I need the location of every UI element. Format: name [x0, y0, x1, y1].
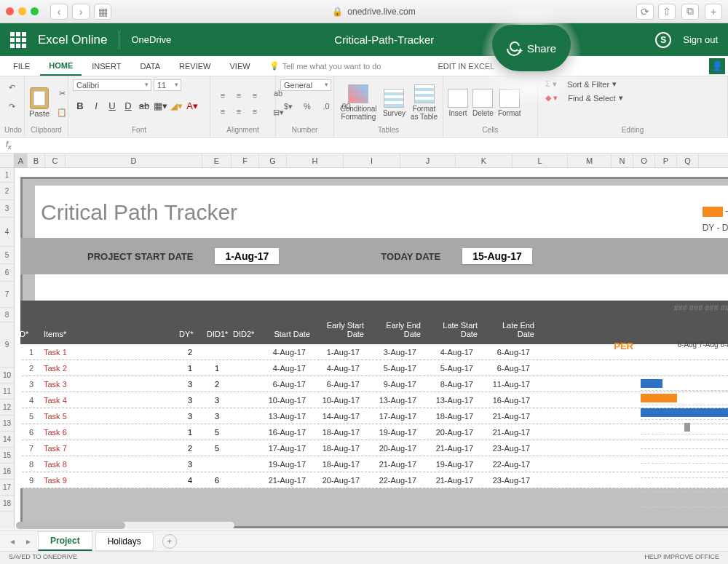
column-header[interactable]: Q [677, 154, 699, 167]
column-header[interactable]: N [612, 154, 633, 167]
insert-cells-button[interactable]: Insert [448, 89, 468, 117]
italic-button[interactable]: I [89, 98, 103, 113]
tab-review[interactable]: REVIEW [170, 57, 219, 75]
row-header[interactable]: 18 [0, 496, 14, 512]
sheet-tab-holidays[interactable]: Holidays [95, 532, 154, 551]
skype-icon[interactable]: S [655, 32, 671, 48]
add-sheet-button[interactable]: + [162, 534, 177, 549]
help-link[interactable]: HELP IMPROVE OFFICE [644, 553, 719, 563]
row-header[interactable]: 16 [0, 464, 14, 480]
address-bar[interactable]: 🔒 onedrive.live.com [116, 7, 632, 17]
table-row[interactable]: 2Task 2114-Aug-174-Aug-175-Aug-175-Aug-1… [20, 360, 728, 376]
back-button[interactable]: ‹ [50, 4, 68, 20]
double-underline-button[interactable]: D [121, 98, 135, 113]
column-header[interactable]: L [513, 154, 568, 167]
row-header[interactable]: 3 [0, 200, 14, 218]
column-header[interactable]: O [633, 154, 655, 167]
tab-data[interactable]: DATA [131, 57, 169, 75]
underline-button[interactable]: U [105, 98, 119, 113]
row-header[interactable]: 2 [0, 183, 14, 200]
column-header[interactable]: G [259, 154, 287, 167]
formula-bar[interactable]: fx [0, 138, 728, 154]
column-header[interactable]: P [655, 154, 677, 167]
sort-filter-button[interactable]: Σ ▾ Sort & Filter ▾ [545, 79, 617, 89]
tab-home[interactable]: HOME [40, 57, 82, 76]
align-bottom-icon[interactable]: ≡ [247, 87, 263, 103]
edit-in-excel-link[interactable]: EDIT IN EXCEL [429, 57, 503, 75]
align-right-icon[interactable]: ≡ [247, 103, 263, 119]
row-header[interactable]: 1 [0, 168, 14, 183]
column-header[interactable]: B [28, 154, 45, 167]
decimal-inc-icon[interactable]: .0 [318, 98, 334, 114]
sheet-nav-prev-icon[interactable]: ▸ [22, 536, 35, 547]
sheet-tab-project[interactable]: Project [38, 531, 92, 551]
select-all-corner[interactable] [0, 154, 15, 167]
sidebar-button[interactable]: ▦ [94, 4, 111, 20]
format-as-table-button[interactable]: Format as Table [410, 84, 438, 121]
user-avatar-icon[interactable]: 👤 [709, 58, 725, 74]
row-header[interactable]: 13 [0, 416, 14, 432]
column-header[interactable]: A [15, 154, 28, 167]
align-top-icon[interactable]: ≡ [215, 87, 231, 103]
app-launcher-icon[interactable] [10, 32, 26, 48]
share-browser-icon[interactable]: ⇧ [658, 4, 676, 20]
redo-icon[interactable]: ↷ [4, 98, 20, 114]
row-header[interactable]: 8 [0, 308, 14, 322]
row-header[interactable]: 12 [0, 400, 14, 416]
delete-cells-button[interactable]: Delete [472, 89, 494, 117]
column-header[interactable]: I [344, 154, 400, 167]
tab-insert[interactable]: INSERT [83, 57, 130, 75]
currency-icon[interactable]: $▾ [280, 98, 296, 114]
scroll-thumb[interactable] [16, 522, 125, 529]
font-color-icon[interactable]: A▾ [185, 98, 199, 113]
row-header[interactable]: 9 [0, 322, 14, 368]
horizontal-scrollbar[interactable] [16, 522, 234, 529]
find-select-button[interactable]: ◆ ▾ Find & Select ▾ [545, 93, 623, 103]
row-header[interactable]: 4 [0, 218, 14, 247]
tell-me-search[interactable]: 💡Tell me what you want to do [261, 57, 390, 75]
row-header[interactable]: 5 [0, 247, 14, 264]
tabs-icon[interactable]: ⧉ [681, 4, 699, 20]
row-header[interactable]: 7 [0, 282, 14, 308]
canvas[interactable]: Critical Path Tracker - C DY - Dur PROJE… [15, 168, 728, 528]
survey-button[interactable]: Survey [383, 89, 405, 117]
undo-icon[interactable]: ↶ [4, 79, 20, 95]
number-format-select[interactable]: General [280, 79, 331, 91]
font-size-select[interactable]: 11 [154, 79, 181, 91]
sheet-nav-first-icon[interactable]: ◂ [6, 536, 19, 547]
paste-button[interactable]: Paste [29, 87, 50, 118]
minimize-window-icon[interactable] [18, 7, 26, 15]
format-cells-button[interactable]: Format [498, 89, 521, 117]
table-row[interactable]: 9Task 94621-Aug-1720-Aug-1722-Aug-1721-A… [20, 472, 728, 488]
row-header[interactable]: 11 [0, 384, 14, 400]
table-row[interactable]: 8Task 8319-Aug-1718-Aug-1721-Aug-1719-Au… [20, 456, 728, 472]
strike-button[interactable]: ab [137, 98, 151, 113]
table-row[interactable]: 5Task 53313-Aug-1714-Aug-1717-Aug-1718-A… [20, 408, 728, 424]
conditional-formatting-button[interactable]: Conditional Formatting [339, 84, 379, 121]
copy-icon[interactable]: 📋 [54, 104, 70, 120]
maximize-window-icon[interactable] [31, 7, 39, 15]
column-header[interactable]: D [66, 154, 202, 167]
row-header[interactable]: 10 [0, 368, 14, 384]
table-row[interactable]: 3Task 3326-Aug-176-Aug-179-Aug-178-Aug-1… [20, 376, 728, 392]
font-name-select[interactable]: Calibri [73, 79, 151, 91]
align-left-icon[interactable]: ≡ [215, 103, 231, 119]
start-date-value[interactable]: 1-Aug-17 [215, 248, 279, 264]
column-header[interactable]: C [45, 154, 66, 167]
row-header[interactable]: 14 [0, 432, 14, 448]
align-middle-icon[interactable]: ≡ [231, 87, 247, 103]
signout-link[interactable]: Sign out [683, 34, 718, 45]
forward-button[interactable]: › [72, 4, 90, 20]
table-row[interactable]: 7Task 72517-Aug-1718-Aug-1720-Aug-1721-A… [20, 440, 728, 456]
new-tab-icon[interactable]: + [705, 4, 722, 20]
row-header[interactable]: 6 [0, 264, 14, 282]
table-row[interactable]: 4Task 43310-Aug-1710-Aug-1713-Aug-1713-A… [20, 392, 728, 408]
reload-button[interactable]: ⟳ [636, 4, 654, 20]
column-header[interactable]: F [232, 154, 259, 167]
row-header[interactable]: 17 [0, 480, 14, 496]
column-header[interactable]: E [202, 154, 232, 167]
column-header[interactable]: H [287, 154, 344, 167]
tab-view[interactable]: VIEW [221, 57, 259, 75]
today-date-value[interactable]: 15-Aug-17 [462, 248, 532, 264]
border-icon[interactable]: ▦▾ [153, 98, 167, 113]
